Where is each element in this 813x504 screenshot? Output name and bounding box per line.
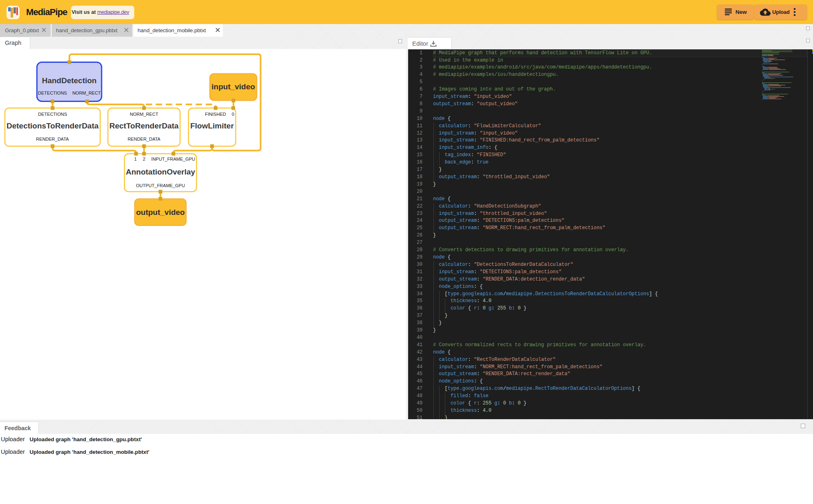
svg-text:NORM_RECT: NORM_RECT — [72, 91, 101, 95]
svg-text:OUTPUT_FRAME_GPU: OUTPUT_FRAME_GPU — [136, 183, 185, 188]
svg-text:INPUT_FRAME_GPU: INPUT_FRAME_GPU — [151, 157, 195, 161]
svg-text:input_video: input_video — [211, 82, 255, 91]
svg-text:NORM_RECT: NORM_RECT — [130, 111, 158, 116]
svg-text:1: 1 — [134, 157, 137, 161]
svg-text:DETECTIONS: DETECTIONS — [38, 111, 67, 116]
svg-text:RectToRenderData: RectToRenderData — [109, 122, 179, 130]
svg-text:RENDER_DATA: RENDER_DATA — [36, 136, 69, 141]
svg-text:2: 2 — [143, 157, 145, 161]
svg-text:FINISHED: FINISHED — [205, 111, 226, 116]
svg-text:HandDetection: HandDetection — [42, 76, 97, 85]
svg-text:0: 0 — [232, 111, 234, 116]
svg-text:AnnotationOverlay: AnnotationOverlay — [126, 168, 195, 176]
svg-text:DETECTIONS: DETECTIONS — [38, 91, 67, 95]
svg-text:RENDER_DATA: RENDER_DATA — [128, 136, 161, 141]
svg-text:output_video: output_video — [136, 208, 184, 216]
svg-text:FlowLimiter: FlowLimiter — [190, 122, 234, 130]
svg-text:DetectionsToRenderData: DetectionsToRenderData — [7, 122, 99, 130]
